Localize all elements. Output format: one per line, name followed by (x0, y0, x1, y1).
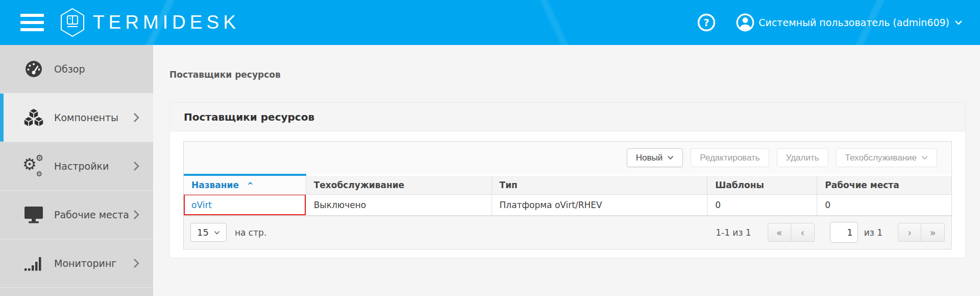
cell-templates: 0 (707, 195, 817, 216)
panel-header: Поставщики ресурсов (170, 103, 965, 131)
sidebar-item-monitoring[interactable]: Мониторинг (0, 239, 153, 288)
user-label: Системный пользователь (admin609) (758, 17, 949, 28)
brand-logo[interactable]: TERMIDESK (60, 8, 240, 37)
first-page-button[interactable]: « (768, 223, 791, 242)
sidebar-item-settings[interactable]: ⚙⚙⚙ Настройки (0, 142, 153, 191)
page-number-input[interactable] (830, 222, 858, 243)
brand-name: TERMIDESK (93, 12, 240, 33)
termidesk-hexagon-icon (60, 8, 85, 37)
sidebar-item-label: Рабочие места (54, 209, 129, 220)
sidebar-item-workplaces[interactable]: Рабочие места (0, 191, 153, 239)
panel-body: Новый Редактировать Удалить Техоб (170, 131, 965, 258)
termidesk-app: TERMIDESK ? Системный пользователь (admi… (0, 0, 980, 296)
chevron-right-icon (133, 258, 140, 269)
chevron-right-icon (133, 161, 140, 172)
new-button[interactable]: Новый (627, 148, 683, 167)
monitoring-icon (22, 255, 45, 271)
table-header-row: Название ^ Техобслуживание Тип (184, 175, 951, 195)
column-label: Название (191, 180, 239, 190)
maintenance-button-label: Техобслуживание (845, 153, 917, 163)
resource-providers-panel: Поставщики ресурсов Новый Редактировать (169, 102, 966, 258)
sort-asc-icon: ^ (247, 181, 254, 190)
help-icon[interactable]: ? (697, 13, 716, 32)
pager: 1-1 из 1 « ‹ из 1 › » (716, 222, 945, 243)
edit-button-label: Редактировать (700, 153, 760, 163)
cell-maintenance: Выключено (306, 195, 492, 216)
column-label: Рабочие места (825, 180, 899, 190)
cell-workplaces: 0 (817, 195, 951, 216)
chevron-down-icon (667, 155, 674, 160)
range-label: 1-1 из 1 (716, 227, 751, 238)
column-header-templates[interactable]: Шаблоны (707, 175, 817, 195)
sidebar-item-label: Компоненты (54, 112, 118, 123)
column-label: Техобслуживание (314, 180, 405, 190)
next-page-button[interactable]: › (898, 223, 921, 242)
user-menu[interactable]: Системный пользователь (admin609) (736, 13, 963, 32)
dashboard-icon (22, 60, 45, 78)
chevron-right-icon (133, 209, 140, 220)
topbar: TERMIDESK ? Системный пользователь (admi… (0, 0, 980, 45)
chevron-down-icon (954, 20, 963, 25)
components-icon (22, 108, 45, 127)
pagination-bar: 15 на стр. 1-1 из 1 « ‹ (184, 216, 951, 249)
chevron-down-icon (214, 231, 220, 235)
delete-button[interactable]: Удалить (777, 148, 828, 167)
column-header-maintenance[interactable]: Техобслуживание (306, 175, 492, 195)
sidebar-item-label: Мониторинг (54, 258, 116, 269)
column-label: Шаблоны (715, 180, 764, 190)
topbar-actions: ? Системный пользователь (admin609) (697, 13, 963, 32)
sidebar: Обзор Компон (0, 45, 153, 296)
maintenance-button[interactable]: Техобслуживание (836, 148, 937, 167)
cell-type: Платформа oVirt/RHEV (492, 195, 707, 216)
cell-name: oVirt (184, 195, 306, 216)
providers-table: Название ^ Техобслуживание Тип (184, 174, 951, 216)
page-of-label: из 1 (864, 227, 883, 238)
main-content: Поставщики ресурсов Поставщики ресурсов … (153, 45, 980, 296)
sidebar-item-label: Настройки (54, 161, 109, 172)
chevron-right-icon (133, 112, 140, 123)
prev-page-button[interactable]: ‹ (791, 223, 815, 242)
grid-toolbar: Новый Редактировать Удалить Техоб (184, 142, 951, 174)
user-avatar-icon (736, 13, 754, 32)
table-row[interactable]: oVirt Выключено Платформа oVirt/RHEV 0 0 (184, 195, 951, 216)
last-page-button[interactable]: » (921, 223, 945, 242)
column-header-type[interactable]: Тип (492, 175, 707, 195)
column-header-workplaces[interactable]: Рабочие места (817, 175, 951, 195)
sidebar-item-overview[interactable]: Обзор (0, 45, 153, 94)
page-size-value: 15 (197, 227, 209, 238)
column-header-name[interactable]: Название ^ (184, 175, 306, 195)
new-button-label: Новый (636, 153, 663, 163)
hamburger-bar (20, 14, 44, 17)
provider-link[interactable]: oVirt (191, 200, 212, 210)
providers-grid: Новый Редактировать Удалить Техоб (183, 141, 952, 249)
page-size-suffix: на стр. (235, 227, 266, 238)
chevron-down-icon (921, 155, 928, 160)
breadcrumb: Поставщики ресурсов (169, 70, 966, 80)
panel-title: Поставщики ресурсов (184, 111, 314, 123)
delete-button-label: Удалить (786, 153, 819, 163)
svg-text:?: ? (704, 17, 709, 28)
sidebar-item-label: Обзор (54, 63, 85, 75)
sidebar-item-components[interactable]: Компоненты (0, 94, 153, 142)
workplaces-icon (22, 206, 45, 223)
page-size-select[interactable]: 15 (190, 223, 227, 242)
settings-icon: ⚙⚙⚙ (22, 156, 45, 176)
menu-toggle-button[interactable] (20, 14, 44, 31)
hamburger-bar (20, 21, 44, 24)
hamburger-bar (20, 28, 44, 31)
column-label: Тип (500, 180, 518, 190)
edit-button[interactable]: Редактировать (691, 148, 769, 167)
